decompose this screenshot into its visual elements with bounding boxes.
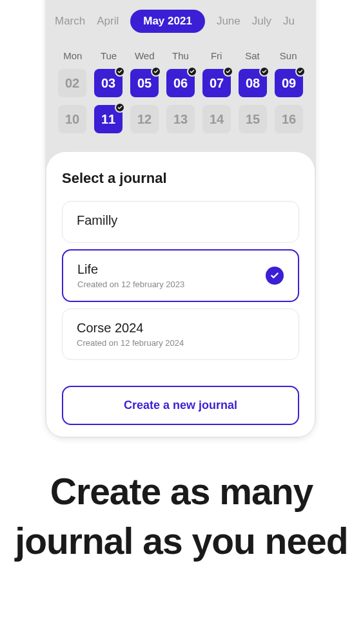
calendar-day[interactable]: 10: [58, 105, 86, 133]
calendar-day[interactable]: 07: [202, 69, 231, 97]
month-tab[interactable]: Ju: [283, 15, 295, 28]
calendar-day[interactable]: 14: [202, 105, 231, 133]
journal-content: Corse 2024Created on 12 february 2024: [77, 321, 184, 348]
calendar-grid: 0203050607080910111213141516: [52, 69, 309, 133]
calendar-day[interactable]: 02: [58, 69, 86, 97]
calendar-day[interactable]: 05: [130, 69, 159, 97]
calendar-day[interactable]: 16: [275, 105, 303, 133]
journal-name: Familly: [77, 213, 117, 228]
journal-meta: Created on 12 february 2024: [77, 338, 184, 348]
day-header: Sat: [238, 50, 268, 61]
day-header: Thu: [166, 50, 195, 61]
journal-name: Life: [77, 262, 184, 277]
journal-item[interactable]: Corse 2024Created on 12 february 2024: [62, 308, 299, 360]
journal-content: Familly: [77, 213, 117, 231]
day-header: Fri: [202, 50, 231, 61]
day-header: Tue: [94, 50, 124, 61]
day-header: Wed: [130, 50, 159, 61]
journal-item[interactable]: Familly: [62, 201, 299, 243]
check-icon: [151, 66, 161, 77]
calendar-day[interactable]: 13: [166, 105, 195, 133]
journal-meta: Created on 12 february 2023: [77, 279, 184, 289]
calendar-day[interactable]: 06: [166, 69, 195, 97]
check-icon: [223, 66, 233, 77]
create-journal-button[interactable]: Create a new journal: [62, 386, 299, 425]
select-journal-modal: Select a journal FamillyLifeCreated on 1…: [46, 152, 315, 437]
selected-check-icon: [266, 267, 284, 285]
calendar-day[interactable]: 09: [275, 69, 303, 97]
month-tab[interactable]: July: [252, 15, 271, 28]
journal-item[interactable]: LifeCreated on 12 february 2023: [62, 249, 299, 302]
check-icon: [115, 66, 125, 77]
day-header: Sun: [273, 50, 303, 61]
calendar-day[interactable]: 15: [239, 105, 267, 133]
check-icon: [295, 66, 306, 77]
month-tab[interactable]: May 2021: [130, 10, 205, 33]
month-tab[interactable]: April: [97, 15, 119, 28]
month-tab[interactable]: June: [217, 15, 240, 28]
calendar-day[interactable]: 08: [239, 69, 267, 97]
journal-content: LifeCreated on 12 february 2023: [77, 262, 184, 289]
calendar-day[interactable]: 03: [94, 69, 123, 97]
check-icon: [115, 102, 125, 113]
calendar-day[interactable]: 11: [94, 105, 123, 133]
check-icon: [259, 66, 270, 77]
phone-frame: MarchAprilMay 2021JuneJulyJu MonTueWedTh…: [45, 0, 316, 438]
modal-title: Select a journal: [62, 170, 299, 187]
calendar-day[interactable]: 12: [130, 105, 159, 133]
marketing-headline: Create as many journal as you need: [0, 467, 363, 566]
check-icon: [187, 66, 197, 77]
calendar-area: MarchAprilMay 2021JuneJulyJu MonTueWedTh…: [45, 0, 316, 140]
month-tab[interactable]: March: [55, 15, 85, 28]
journal-name: Corse 2024: [77, 321, 184, 336]
month-tabs: MarchAprilMay 2021JuneJulyJu: [52, 0, 309, 36]
day-headers-row: MonTueWedThuFriSatSun: [52, 36, 309, 69]
day-header: Mon: [58, 50, 88, 61]
